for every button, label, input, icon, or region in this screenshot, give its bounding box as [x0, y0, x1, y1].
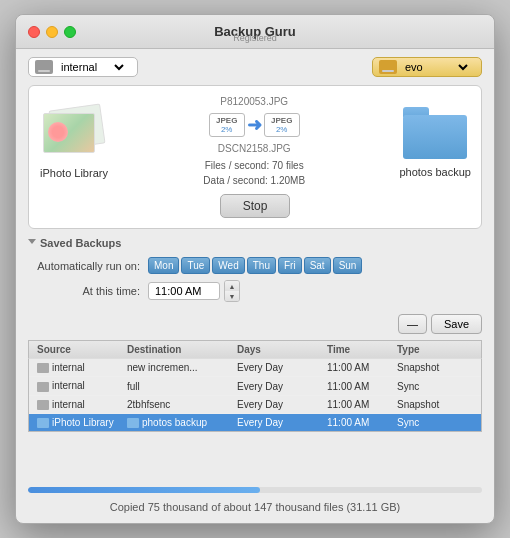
source-selector[interactable]: internal external	[57, 60, 127, 74]
time-stepper-down[interactable]: ▼	[225, 291, 239, 301]
row3-dest: 2tbhfsenc	[127, 399, 237, 410]
window-subtitle: Registered	[233, 33, 277, 43]
row2-source: internal	[37, 380, 127, 391]
dest-selector[interactable]: evo backup	[401, 60, 471, 74]
table-row[interactable]: internal full Every Day 11:00 AM Sync	[29, 377, 481, 395]
col-days: Days	[237, 344, 327, 355]
titlebar: Backup Guru Registered	[16, 15, 494, 49]
save-button[interactable]: Save	[431, 314, 482, 334]
photo-card-front	[43, 113, 95, 153]
jpeg-box-1: JPEG 2%	[209, 113, 245, 137]
row4-source: iPhoto Library	[37, 417, 127, 428]
zoom-button[interactable]	[64, 26, 76, 38]
table-row[interactable]: internal new incremen... Every Day 11:00…	[29, 359, 481, 377]
row4-days: Every Day	[237, 417, 327, 428]
main-window: Backup Guru Registered internal external…	[15, 14, 495, 524]
stop-button[interactable]: Stop	[220, 194, 291, 218]
row2-time: 11:00 AM	[327, 381, 397, 392]
row3-time: 11:00 AM	[327, 399, 397, 410]
row3-source-icon	[37, 400, 49, 410]
progress-bar-area	[28, 487, 482, 493]
progress-fill	[28, 487, 260, 493]
row4-time: 11:00 AM	[327, 417, 397, 428]
jpeg-pct-2: 2%	[269, 125, 295, 134]
folder-body	[403, 115, 467, 159]
col-destination: Destination	[127, 344, 237, 355]
arrow-icon: ➜	[247, 114, 262, 136]
auto-run-label: Automatically run on:	[28, 260, 148, 272]
row4-dest-icon	[127, 418, 139, 428]
day-fri[interactable]: Fri	[278, 257, 302, 274]
day-mon[interactable]: Mon	[148, 257, 179, 274]
time-input[interactable]	[148, 282, 220, 300]
traffic-lights	[28, 26, 76, 38]
file2-name: DSCN2158.JPG	[218, 143, 291, 154]
dest-label: photos backup	[399, 166, 471, 178]
row2-source-icon	[37, 382, 49, 392]
minus-button[interactable]: —	[398, 314, 427, 334]
dest-selector-box: evo backup	[372, 57, 482, 77]
source-display: iPhoto Library	[39, 105, 109, 179]
time-field: ▲ ▼	[148, 280, 240, 302]
jpeg-label-1: JPEG	[214, 116, 240, 125]
jpeg-pct-1: 2%	[214, 125, 240, 134]
table-row[interactable]: internal 2tbhfsenc Every Day 11:00 AM Sn…	[29, 396, 481, 414]
day-buttons: Mon Tue Wed Thu Fri Sat Sun	[148, 257, 362, 274]
minimize-button[interactable]	[46, 26, 58, 38]
day-sun[interactable]: Sun	[333, 257, 363, 274]
file1-name: P8120053.JPG	[220, 96, 288, 107]
table-header: Source Destination Days Time Type	[28, 340, 482, 358]
table-row-selected[interactable]: iPhoto Library photos backup Every Day 1…	[29, 414, 481, 431]
row4-source-icon	[37, 418, 49, 428]
col-type: Type	[397, 344, 457, 355]
table-body: internal new incremen... Every Day 11:00…	[28, 358, 482, 432]
row4-type: Sync	[397, 417, 457, 428]
close-button[interactable]	[28, 26, 40, 38]
row1-time: 11:00 AM	[327, 362, 397, 373]
dest-hdd-icon	[379, 60, 397, 74]
auto-run-row: Automatically run on: Mon Tue Wed Thu Fr…	[28, 257, 482, 274]
row2-days: Every Day	[237, 381, 327, 392]
table-section: Source Destination Days Time Type intern…	[28, 340, 482, 481]
row2-type: Sync	[397, 381, 457, 392]
photo-stack	[39, 105, 109, 160]
row1-source-icon	[37, 363, 49, 373]
time-stepper: ▲ ▼	[224, 280, 240, 302]
time-stepper-up[interactable]: ▲	[225, 281, 239, 291]
row1-days: Every Day	[237, 362, 327, 373]
row1-dest: new incremen...	[127, 362, 237, 373]
backup-area: iPhoto Library P8120053.JPG JPEG 2% ➜ JP…	[28, 85, 482, 229]
jpeg-label-2: JPEG	[269, 116, 295, 125]
row4-dest: photos backup	[127, 417, 237, 428]
day-sat[interactable]: Sat	[304, 257, 331, 274]
day-thu[interactable]: Thu	[247, 257, 276, 274]
saved-backups-label: Saved Backups	[40, 237, 121, 249]
col-source: Source	[37, 344, 127, 355]
hdd-icon	[35, 60, 53, 74]
folder-icon	[403, 107, 467, 159]
save-row: — Save	[28, 314, 482, 334]
files-per-sec: Files / second: 70 files Data / second: …	[203, 158, 305, 188]
jpeg-arrow-row: JPEG 2% ➜ JPEG 2%	[209, 113, 300, 137]
dest-display: photos backup	[399, 107, 471, 178]
backup-main-row: iPhoto Library P8120053.JPG JPEG 2% ➜ JP…	[39, 96, 471, 188]
status-bar: Copied 75 thousand of about 147 thousand…	[28, 499, 482, 515]
row1-source: internal	[37, 362, 127, 373]
at-time-label: At this time:	[28, 285, 148, 297]
row3-days: Every Day	[237, 399, 327, 410]
day-wed[interactable]: Wed	[212, 257, 244, 274]
content-area: internal external evo backup	[16, 49, 494, 523]
saved-backups-header[interactable]: Saved Backups	[28, 237, 482, 249]
source-selector-box: internal external	[28, 57, 138, 77]
row2-dest: full	[127, 381, 237, 392]
day-tue[interactable]: Tue	[181, 257, 210, 274]
jpeg-box-2: JPEG 2%	[264, 113, 300, 137]
row1-type: Snapshot	[397, 362, 457, 373]
col-time: Time	[327, 344, 397, 355]
row3-type: Snapshot	[397, 399, 457, 410]
collapse-triangle-icon	[28, 239, 36, 248]
saved-backups-section: Saved Backups Automatically run on: Mon …	[28, 237, 482, 308]
row3-source: internal	[37, 399, 127, 410]
transfer-middle: P8120053.JPG JPEG 2% ➜ JPEG 2% DSCN2158.…	[203, 96, 305, 188]
at-time-row: At this time: ▲ ▼	[28, 280, 482, 302]
